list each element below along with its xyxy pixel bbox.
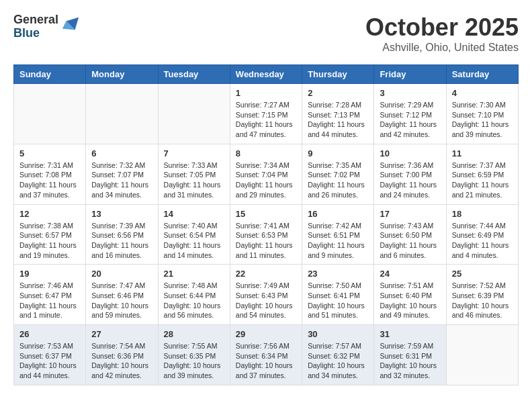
calendar-empty-cell — [446, 325, 518, 385]
calendar-day-9: 9Sunrise: 7:35 AMSunset: 7:02 PMDaylight… — [302, 144, 374, 204]
calendar-day-20: 20Sunrise: 7:47 AMSunset: 6:46 PMDayligh… — [86, 265, 158, 325]
calendar-day-18: 18Sunrise: 7:44 AMSunset: 6:49 PMDayligh… — [446, 204, 518, 265]
calendar-empty-cell — [14, 84, 86, 144]
logo-blue: Blue — [13, 27, 58, 40]
day-number-20: 20 — [91, 269, 152, 279]
day-number-24: 24 — [380, 269, 440, 279]
day-number-30: 30 — [308, 329, 368, 339]
day-number-8: 8 — [236, 148, 296, 158]
calendar-day-13: 13Sunrise: 7:39 AMSunset: 6:56 PMDayligh… — [86, 204, 158, 265]
logo-general: General — [13, 13, 58, 27]
calendar-day-22: 22Sunrise: 7:49 AMSunset: 6:43 PMDayligh… — [230, 265, 302, 325]
day-number-31: 31 — [380, 329, 440, 339]
calendar-day-17: 17Sunrise: 7:43 AMSunset: 6:50 PMDayligh… — [374, 204, 446, 265]
weekday-header-sunday: Sunday — [14, 65, 86, 84]
day-number-10: 10 — [380, 148, 440, 158]
calendar-day-6: 6Sunrise: 7:32 AMSunset: 7:07 PMDaylight… — [86, 144, 158, 204]
day-info-30: Sunrise: 7:57 AMSunset: 6:32 PMDaylight:… — [308, 341, 368, 381]
day-info-7: Sunrise: 7:33 AMSunset: 7:05 PMDaylight:… — [164, 161, 224, 200]
day-number-7: 7 — [164, 148, 224, 158]
day-number-13: 13 — [91, 209, 152, 219]
calendar-day-27: 27Sunrise: 7:54 AMSunset: 6:36 PMDayligh… — [86, 325, 158, 385]
calendar-week-row-1: 1Sunrise: 7:27 AMSunset: 7:15 PMDaylight… — [14, 84, 519, 144]
month-title: October 2025 — [365, 13, 519, 42]
calendar-day-12: 12Sunrise: 7:38 AMSunset: 6:57 PMDayligh… — [14, 204, 86, 265]
calendar-day-5: 5Sunrise: 7:31 AMSunset: 7:08 PMDaylight… — [14, 144, 86, 204]
day-info-13: Sunrise: 7:39 AMSunset: 6:56 PMDaylight:… — [91, 221, 152, 261]
day-info-14: Sunrise: 7:40 AMSunset: 6:54 PMDaylight:… — [164, 221, 224, 261]
weekday-header-friday: Friday — [374, 65, 446, 84]
calendar-day-28: 28Sunrise: 7:55 AMSunset: 6:35 PMDayligh… — [158, 325, 230, 385]
day-info-17: Sunrise: 7:43 AMSunset: 6:50 PMDaylight:… — [380, 221, 440, 261]
day-info-4: Sunrise: 7:30 AMSunset: 7:10 PMDaylight:… — [452, 100, 513, 140]
calendar-day-30: 30Sunrise: 7:57 AMSunset: 6:32 PMDayligh… — [302, 325, 374, 385]
day-info-15: Sunrise: 7:41 AMSunset: 6:53 PMDaylight:… — [236, 221, 296, 261]
day-info-31: Sunrise: 7:59 AMSunset: 6:31 PMDaylight:… — [380, 341, 440, 381]
day-info-16: Sunrise: 7:42 AMSunset: 6:51 PMDaylight:… — [308, 221, 368, 261]
calendar-day-15: 15Sunrise: 7:41 AMSunset: 6:53 PMDayligh… — [230, 204, 302, 265]
calendar-day-4: 4Sunrise: 7:30 AMSunset: 7:10 PMDaylight… — [446, 84, 518, 144]
day-number-2: 2 — [308, 88, 368, 98]
weekday-header-wednesday: Wednesday — [230, 65, 302, 84]
calendar-day-11: 11Sunrise: 7:37 AMSunset: 6:59 PMDayligh… — [446, 144, 518, 204]
title-section: October 2025 Ashville, Ohio, United Stat… — [365, 13, 519, 54]
calendar-day-7: 7Sunrise: 7:33 AMSunset: 7:05 PMDaylight… — [158, 144, 230, 204]
calendar-header-row: SundayMondayTuesdayWednesdayThursdayFrid… — [14, 65, 519, 84]
calendar-day-23: 23Sunrise: 7:50 AMSunset: 6:41 PMDayligh… — [302, 265, 374, 325]
calendar-week-row-2: 5Sunrise: 7:31 AMSunset: 7:08 PMDaylight… — [14, 144, 519, 204]
location: Ashville, Ohio, United States — [365, 42, 519, 54]
logo-icon — [61, 16, 80, 35]
day-info-27: Sunrise: 7:54 AMSunset: 6:36 PMDaylight:… — [91, 341, 152, 381]
day-number-19: 19 — [19, 269, 80, 279]
day-info-24: Sunrise: 7:51 AMSunset: 6:40 PMDaylight:… — [380, 281, 440, 320]
day-info-12: Sunrise: 7:38 AMSunset: 6:57 PMDaylight:… — [19, 221, 80, 261]
day-number-27: 27 — [91, 329, 152, 339]
calendar-empty-cell — [158, 84, 230, 144]
day-info-2: Sunrise: 7:28 AMSunset: 7:13 PMDaylight:… — [308, 100, 368, 140]
day-info-3: Sunrise: 7:29 AMSunset: 7:12 PMDaylight:… — [380, 100, 440, 140]
calendar-day-14: 14Sunrise: 7:40 AMSunset: 6:54 PMDayligh… — [158, 204, 230, 265]
day-info-21: Sunrise: 7:48 AMSunset: 6:44 PMDaylight:… — [164, 281, 224, 320]
day-number-1: 1 — [236, 88, 296, 98]
day-number-14: 14 — [164, 209, 224, 219]
weekday-header-tuesday: Tuesday — [158, 65, 230, 84]
calendar-day-31: 31Sunrise: 7:59 AMSunset: 6:31 PMDayligh… — [374, 325, 446, 385]
day-info-25: Sunrise: 7:52 AMSunset: 6:39 PMDaylight:… — [452, 281, 513, 320]
day-number-29: 29 — [236, 329, 296, 339]
day-number-25: 25 — [452, 269, 513, 279]
day-info-8: Sunrise: 7:34 AMSunset: 7:04 PMDaylight:… — [236, 161, 296, 200]
calendar-table: SundayMondayTuesdayWednesdayThursdayFrid… — [13, 64, 519, 385]
day-info-18: Sunrise: 7:44 AMSunset: 6:49 PMDaylight:… — [452, 221, 513, 261]
day-number-12: 12 — [19, 209, 80, 219]
day-number-16: 16 — [308, 209, 368, 219]
day-info-28: Sunrise: 7:55 AMSunset: 6:35 PMDaylight:… — [164, 341, 224, 381]
day-info-23: Sunrise: 7:50 AMSunset: 6:41 PMDaylight:… — [308, 281, 368, 320]
calendar-empty-cell — [86, 84, 158, 144]
logo: General Blue — [13, 13, 80, 40]
day-number-5: 5 — [19, 148, 80, 158]
day-info-10: Sunrise: 7:36 AMSunset: 7:00 PMDaylight:… — [380, 161, 440, 200]
day-info-1: Sunrise: 7:27 AMSunset: 7:15 PMDaylight:… — [236, 100, 296, 140]
calendar-day-16: 16Sunrise: 7:42 AMSunset: 6:51 PMDayligh… — [302, 204, 374, 265]
calendar-day-10: 10Sunrise: 7:36 AMSunset: 7:00 PMDayligh… — [374, 144, 446, 204]
calendar-day-21: 21Sunrise: 7:48 AMSunset: 6:44 PMDayligh… — [158, 265, 230, 325]
day-info-9: Sunrise: 7:35 AMSunset: 7:02 PMDaylight:… — [308, 161, 368, 200]
day-info-6: Sunrise: 7:32 AMSunset: 7:07 PMDaylight:… — [91, 161, 152, 200]
weekday-header-saturday: Saturday — [446, 65, 518, 84]
calendar-week-row-4: 19Sunrise: 7:46 AMSunset: 6:47 PMDayligh… — [14, 265, 519, 325]
day-number-15: 15 — [236, 209, 296, 219]
calendar-week-row-3: 12Sunrise: 7:38 AMSunset: 6:57 PMDayligh… — [14, 204, 519, 265]
calendar-day-26: 26Sunrise: 7:53 AMSunset: 6:37 PMDayligh… — [14, 325, 86, 385]
day-info-26: Sunrise: 7:53 AMSunset: 6:37 PMDaylight:… — [19, 341, 80, 381]
day-info-11: Sunrise: 7:37 AMSunset: 6:59 PMDaylight:… — [452, 161, 513, 200]
day-number-22: 22 — [236, 269, 296, 279]
calendar-day-24: 24Sunrise: 7:51 AMSunset: 6:40 PMDayligh… — [374, 265, 446, 325]
calendar-day-25: 25Sunrise: 7:52 AMSunset: 6:39 PMDayligh… — [446, 265, 518, 325]
day-number-6: 6 — [91, 148, 152, 158]
calendar-day-8: 8Sunrise: 7:34 AMSunset: 7:04 PMDaylight… — [230, 144, 302, 204]
day-number-23: 23 — [308, 269, 368, 279]
day-info-22: Sunrise: 7:49 AMSunset: 6:43 PMDaylight:… — [236, 281, 296, 320]
day-number-4: 4 — [452, 88, 513, 98]
day-info-29: Sunrise: 7:56 AMSunset: 6:34 PMDaylight:… — [236, 341, 296, 381]
calendar-day-29: 29Sunrise: 7:56 AMSunset: 6:34 PMDayligh… — [230, 325, 302, 385]
